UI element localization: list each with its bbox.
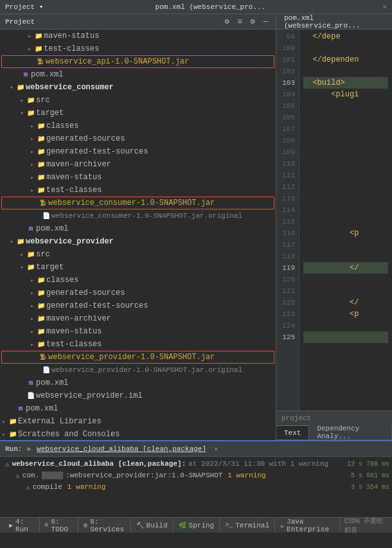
code-line[interactable]: <plugi [303,89,388,100]
expand-arrow[interactable]: ▸ [28,290,36,297]
tree-item[interactable]: 📄webservice_consumer-1.0-SNAPSHOT.jar.or… [0,209,276,222]
code-line[interactable] [303,193,388,204]
code-line[interactable] [303,331,388,343]
expand-arrow[interactable]: ▸ [28,187,36,194]
code-line[interactable] [303,158,388,170]
code-line[interactable] [303,274,388,285]
minimize-icon[interactable]: — [260,17,271,26]
tree-item[interactable]: ▸📁test-classes [0,42,276,55]
expand-arrow[interactable]: ▾ [8,238,15,245]
expand-arrow[interactable]: ▾ [8,84,15,91]
code-line[interactable] [303,239,388,251]
status-item-spring-tab[interactable]: 🌿Spring [174,518,220,533]
expand-arrow[interactable]: ▸ [26,46,33,53]
settings-icon[interactable]: ≡ [235,17,245,26]
tree-item[interactable]: ▾📁target [0,107,276,119]
tab-dependency-tab[interactable]: Dependency Analy... [309,425,392,439]
code-line[interactable]: <p [303,308,388,320]
code-line[interactable]: <build> [303,77,388,89]
code-line[interactable] [303,285,388,297]
tree-item[interactable]: ▸📁maven-archiver [0,158,276,171]
tree-item[interactable]: ▸📁classes [0,274,276,287]
tree-item[interactable]: ▾📁webservice_consumer [0,81,276,94]
tree-item[interactable]: ▸📁Scratches and Consoles [0,428,276,440]
code-line[interactable]: </ [303,262,388,274]
code-line[interactable] [303,135,388,146]
status-item-services-tab[interactable]: ⚙8: Services [78,518,130,533]
tree-item[interactable]: ▸📁generated-sources [0,132,276,145]
code-line[interactable] [303,216,388,227]
tree-item[interactable]: mpom.xml [0,376,276,389]
code-line[interactable] [303,204,388,216]
tree-item[interactable]: ▸📁src [0,94,276,107]
tree-item[interactable]: ▸📁src [0,248,276,261]
expand-arrow[interactable]: ▸ [28,341,36,348]
expand-arrow[interactable]: ▸ [28,174,36,181]
expand-arrow[interactable]: ▸ [28,328,36,335]
expand-arrow[interactable]: ▸ [0,431,8,438]
tree-item[interactable]: ▸📁maven-status [0,171,276,184]
project-dropdown[interactable]: Project ▾ [5,3,43,11]
code-line[interactable] [303,66,388,77]
code-line[interactable] [303,251,388,262]
code-line[interactable] [303,100,388,112]
expand-arrow[interactable]: ▸ [28,148,36,155]
tree-item[interactable]: ▾📁target [0,261,276,274]
tree-item[interactable]: ▸📁maven-archiver [0,312,276,325]
expand-arrow[interactable]: ▾ [18,264,26,271]
tab-text-tab[interactable]: Text [276,425,309,439]
code-line[interactable] [303,181,388,193]
code-line[interactable]: </depe [303,31,388,42]
tree-item[interactable]: mpom.xml [0,222,276,235]
tree-item[interactable]: ▸📁maven-status [0,325,276,338]
code-line[interactable] [303,146,388,158]
tree-item[interactable]: mpom.xml [0,402,276,415]
code-area[interactable]: </depe </dependen <build> <plugi <p </ <… [299,30,392,411]
run-config-label[interactable]: webservice_cloud_alibaba [clean,package] [37,445,206,453]
tree-item[interactable]: 📄webservice_provider.iml [0,389,276,402]
tree-item[interactable]: ▸📁test-classes [0,184,276,197]
close-btn[interactable]: ✕ [382,3,387,11]
expand-arrow[interactable]: ▸ [18,97,26,104]
gear-icon[interactable]: ⚙ [247,17,258,26]
project-tree[interactable]: ▸📁maven-status▸📁test-classes 🗜webservice… [0,30,276,440]
code-line[interactable] [303,170,388,181]
tree-item[interactable]: mpom.xml [0,68,276,81]
tree-item[interactable]: ▸📁generated-test-sources [0,145,276,158]
tree-item[interactable]: 🗜webservice_consumer-1.0-SNAPSHOT.jar [1,197,274,209]
code-line[interactable]: <p [303,227,388,239]
tree-item[interactable]: ▸📁generated-sources [0,287,276,299]
code-line[interactable]: </ [303,297,388,308]
tree-item[interactable]: 🗜webservice_api-1.0-SNAPSHOT.jar [1,55,274,68]
status-item-java-tab[interactable]: ☕Java Enterprise [275,518,341,533]
expand-arrow[interactable]: ▸ [28,136,36,143]
code-line[interactable] [303,123,388,135]
tree-item[interactable]: ▸📁maven-status [0,30,276,42]
expand-arrow[interactable]: ▸ [0,418,8,425]
expand-arrow[interactable]: ▸ [28,161,36,168]
tree-item[interactable]: 📄webservice_provider-1.0-SNAPSHOT.jar.or… [0,364,276,376]
expand-arrow[interactable]: ▸ [28,315,36,323]
tree-item[interactable]: 🗜webservice_provider-1.0-SNAPSHOT.jar [1,351,274,364]
status-item-todo-tab[interactable]: ≡6: TODO [40,518,79,533]
expand-arrow[interactable]: ▸ [28,277,36,284]
status-item-terminal-tab[interactable]: >_Terminal [220,518,275,533]
tree-item[interactable]: ▸📁classes [0,119,276,132]
expand-arrow[interactable]: ▸ [18,251,26,258]
tree-item[interactable]: ▸📁External Libraries [0,415,276,428]
expand-arrow[interactable]: ▾ [18,110,26,117]
expand-arrow[interactable]: ▸ [26,33,33,40]
sync-icon[interactable]: ⚙ [222,17,232,26]
expand-arrow[interactable]: ▸ [28,123,36,130]
run-close-icon[interactable]: ✕ [214,445,218,453]
code-line[interactable] [303,112,388,123]
status-item-build-tab[interactable]: 🔨Build [131,518,174,533]
code-line[interactable] [303,320,388,331]
tree-item[interactable]: ▸📁generated-test-sources [0,299,276,312]
status-item-run-tab[interactable]: ▶4: Run [4,518,40,533]
code-line[interactable] [303,42,388,54]
expand-arrow[interactable]: ▸ [28,303,36,310]
tree-item[interactable]: ▸📁test-classes [0,338,276,351]
code-line[interactable]: </dependen [303,54,388,66]
tree-item[interactable]: ▾📁webservice_provider [0,235,276,248]
